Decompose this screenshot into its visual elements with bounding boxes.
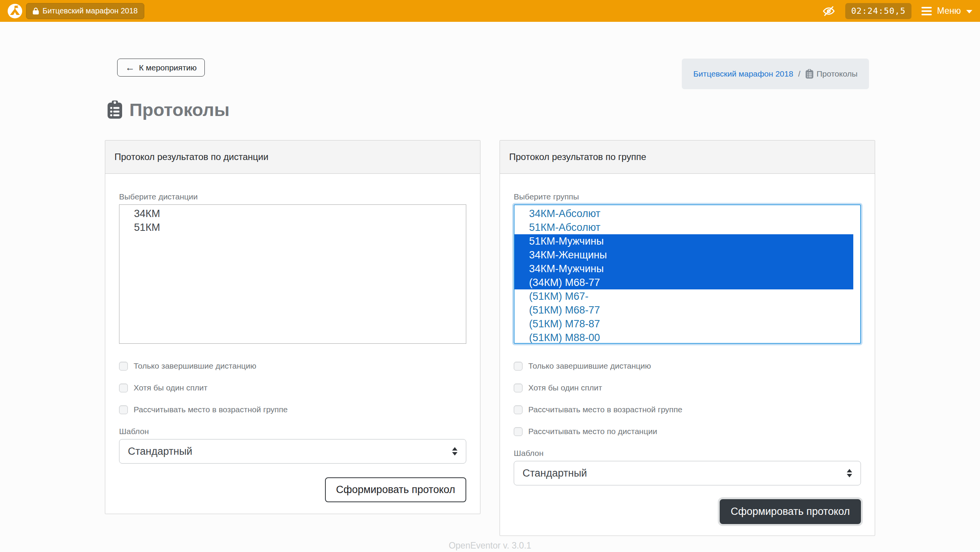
app-header: Битцевский марафон 2018 02:24:50,5 Меню [0, 0, 980, 22]
distance-card-title: Протокол результатов по дистанции [105, 140, 480, 174]
select-spinner-icon [847, 469, 852, 477]
group-template-label: Шаблон [514, 449, 861, 458]
group-option[interactable]: 34КМ-Абсолют [514, 207, 860, 220]
page-title: Протоколы [105, 99, 875, 120]
page-title-text: Протоколы [129, 99, 230, 120]
group-card-title: Протокол результатов по группе [500, 140, 875, 174]
group-select-label: Выберите группы [514, 192, 861, 201]
checkbox[interactable] [514, 405, 523, 414]
clipboard-list-icon [107, 100, 122, 119]
group-option[interactable]: (34КМ) М68-77 [514, 276, 853, 289]
checkbox-label: Только завершившие дистанцию [528, 361, 651, 371]
checkbox[interactable] [514, 362, 523, 371]
checkbox[interactable] [119, 384, 128, 392]
checkbox-row[interactable]: Хотя бы один сплит [514, 383, 861, 392]
distance-option[interactable]: 34КМ [119, 207, 466, 220]
distance-option[interactable]: 51КМ [119, 220, 466, 234]
group-option[interactable]: (51КМ) М68-77 [514, 303, 860, 317]
lock-icon [33, 7, 39, 15]
arrow-left-icon: ← [125, 63, 135, 72]
app-version: OpenEventor v. 3.0.1 [105, 541, 875, 551]
distance-checkbox-group: Только завершившие дистанцию Хотя бы оди… [119, 361, 466, 414]
checkbox[interactable] [119, 362, 128, 371]
app-logo-icon[interactable] [8, 4, 22, 18]
group-listbox[interactable]: 34КМ-Абсолют 51КМ-Абсолют 51КМ-Мужчины 3… [514, 204, 861, 344]
group-protocol-card: Протокол результатов по группе Выберите … [500, 140, 875, 536]
distance-template-label: Шаблон [119, 427, 466, 436]
breadcrumb-separator: / [798, 69, 800, 78]
breadcrumb-current-label: Протоколы [817, 69, 858, 78]
checkbox-row[interactable]: Рассчитывать место по дистанции [514, 427, 861, 436]
checkbox-label: Рассчитывать место по дистанции [528, 427, 657, 436]
checkbox-row[interactable]: Рассчитывать место в возрастной группе [119, 405, 466, 414]
breadcrumb-event-link[interactable]: Битцевский марафон 2018 [693, 69, 793, 78]
menu-label: Меню [937, 6, 961, 16]
group-option[interactable]: 34КМ-Женщины [514, 248, 853, 262]
main-content: ← К мероприятию Битцевский марафон 2018 … [105, 59, 875, 551]
back-button-label: К мероприятию [139, 63, 197, 72]
checkbox-label: Только завершившие дистанцию [134, 361, 256, 371]
checkbox-label: Хотя бы один сплит [528, 383, 602, 392]
checkbox[interactable] [514, 384, 523, 392]
distance-template-value: Стандартный [128, 446, 192, 457]
group-option[interactable]: (51КМ) М67- [514, 289, 860, 303]
checkbox-row[interactable]: Рассчитывать место в возрастной группе [514, 405, 861, 414]
group-option[interactable]: (51КМ) М78-87 [514, 317, 860, 331]
group-template-select[interactable]: Стандартный [514, 461, 861, 485]
hamburger-icon [921, 7, 932, 15]
checkbox[interactable] [119, 405, 128, 414]
checkbox[interactable] [514, 427, 523, 436]
event-timer[interactable]: 02:24:50,5 [845, 3, 911, 19]
checkbox-row[interactable]: Только завершившие дистанцию [119, 361, 466, 371]
caret-down-icon [966, 10, 972, 13]
group-option[interactable]: 34КМ-Мужчины [514, 262, 853, 276]
menu-button[interactable]: Меню [921, 6, 972, 16]
distance-protocol-card: Протокол результатов по дистанции Выбери… [105, 140, 480, 514]
checkbox-row[interactable]: Хотя бы один сплит [119, 383, 466, 392]
checkbox-row[interactable]: Только завершившие дистанцию [514, 361, 861, 371]
clipboard-icon [805, 69, 813, 79]
distance-select-label: Выберите дистанции [119, 192, 466, 201]
group-option[interactable]: (51КМ) М88-00 [514, 331, 860, 344]
distance-generate-button[interactable]: Сформировать протокол [325, 477, 466, 502]
checkbox-label: Хотя бы один сплит [134, 383, 207, 392]
checkbox-label: Рассчитывать место в возрастной группе [134, 405, 288, 414]
current-event-button[interactable]: Битцевский марафон 2018 [26, 3, 144, 19]
timer-value: 02:24:50,5 [851, 6, 905, 16]
group-option[interactable]: 51КМ-Мужчины [514, 234, 853, 248]
group-generate-button[interactable]: Сформировать протокол [720, 499, 861, 524]
breadcrumb: Битцевский марафон 2018 / Протоколы [682, 59, 869, 89]
group-checkbox-group: Только завершившие дистанцию Хотя бы оди… [514, 361, 861, 436]
checkbox-label: Рассчитывать место в возрастной группе [528, 405, 683, 414]
group-template-value: Стандартный [523, 467, 587, 479]
eye-slash-icon[interactable] [822, 5, 835, 17]
select-spinner-icon [452, 447, 457, 456]
distance-listbox[interactable]: 34КМ 51КМ [119, 204, 466, 344]
distance-template-select[interactable]: Стандартный [119, 439, 466, 464]
group-option[interactable]: 51КМ-Абсолют [514, 220, 860, 234]
back-to-event-button[interactable]: ← К мероприятию [117, 59, 205, 77]
current-event-label: Битцевский марафон 2018 [42, 7, 138, 15]
